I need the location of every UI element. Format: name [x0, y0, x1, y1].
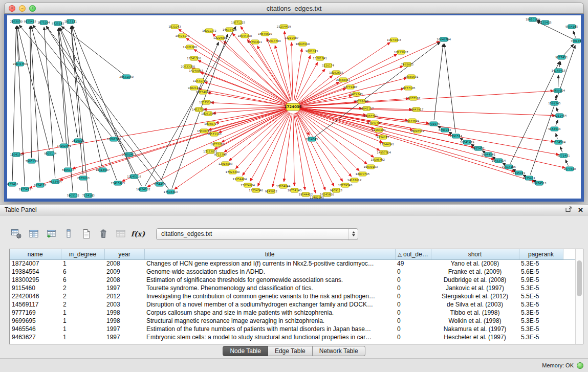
cell-title[interactable]: Genome-wide association studies in ADHD. [144, 268, 395, 276]
graph-node[interactable]: 12045103 [127, 174, 141, 179]
graph-node[interactable]: 10453414 [491, 159, 506, 163]
graph-edge[interactable] [556, 107, 558, 112]
graph-node[interactable]: 8054132 [34, 183, 46, 187]
cell-in-degree[interactable]: 2 [61, 284, 104, 292]
graph-edge[interactable] [565, 160, 568, 165]
graph-edge[interactable] [299, 91, 553, 107]
table-row[interactable]: 911546021997Tourette syndrome. Phenomeno… [10, 284, 576, 292]
graph-node[interactable]: 9479343 [350, 92, 363, 96]
cell-name[interactable]: 22420046 [10, 292, 61, 300]
graph-node[interactable]: 9554105 [565, 25, 578, 29]
cell-short[interactable]: Nakamura et al. (1997) [431, 325, 519, 333]
cell-out-de[interactable]: 49 [395, 259, 431, 268]
graph-node[interactable]: 17047427 [367, 121, 382, 125]
cell-year[interactable]: 2008 [104, 259, 144, 268]
graph-edge[interactable] [19, 25, 112, 137]
graph-node[interactable]: 15581241 [313, 56, 327, 60]
graph-edge[interactable] [299, 41, 440, 104]
function-builder-icon[interactable]: f(x) [131, 227, 145, 241]
graph-edge[interactable] [175, 111, 288, 189]
graph-node[interactable]: 1514545 [306, 137, 318, 141]
graph-edge[interactable] [299, 109, 515, 172]
graph-node[interactable]: 14850531 [404, 75, 419, 79]
graph-node[interactable]: 18095492 [371, 158, 385, 162]
table-row[interactable]: 2242004622012Investigating the contribut… [10, 292, 576, 300]
graph-edge[interactable] [257, 46, 290, 101]
cell-name[interactable]: 9463627 [10, 333, 61, 341]
graph-node[interactable]: 9153454 [49, 180, 62, 184]
graph-edge[interactable] [298, 112, 359, 171]
cell-name[interactable]: 19384554 [10, 268, 61, 276]
graph-edge[interactable] [272, 114, 291, 187]
graph-node[interactable]: 16649510 [258, 32, 272, 36]
cell-title[interactable]: Investigating the contribution of common… [144, 292, 395, 300]
cell-out-de[interactable]: 0 [395, 292, 431, 300]
graph-edge[interactable] [460, 138, 464, 140]
graph-edge[interactable] [30, 26, 40, 182]
graph-node[interactable]: 12104504 [551, 140, 565, 144]
graph-node[interactable]: 1831043 [168, 25, 181, 29]
graph-edge[interactable] [556, 120, 558, 125]
graph-node[interactable]: 10211454 [552, 114, 567, 118]
graph-node[interactable]: 12916503 [219, 162, 233, 166]
column-header-out-de[interactable]: △out_de… [395, 249, 431, 259]
graph-node[interactable]: 15152341 [57, 144, 71, 148]
table-row[interactable]: 969969511998Structural magnetic resonanc… [10, 317, 576, 325]
graph-node[interactable]: 3220174 [322, 63, 335, 68]
cell-title[interactable]: Structural magnetic resonance image aver… [144, 317, 395, 325]
column-header-name[interactable]: name [10, 249, 61, 259]
graph-node[interactable]: 11459104 [551, 89, 565, 93]
cell-out-de[interactable]: 0 [395, 268, 431, 276]
cell-out-de[interactable]: 0 [395, 300, 431, 309]
graph-edge[interactable] [510, 61, 559, 164]
graph-edge[interactable] [73, 109, 287, 169]
column-header-short[interactable]: short [431, 249, 519, 259]
graph-node[interactable]: 11544691 [405, 119, 420, 123]
graph-node[interactable]: 17634044 [276, 184, 291, 188]
cell-year[interactable]: 2008 [104, 276, 144, 284]
graph-node[interactable]: 17771407 [343, 85, 358, 89]
graph-node[interactable]: 12213987 [394, 50, 408, 54]
scrollbar-thumb[interactable] [577, 260, 582, 296]
graph-edge[interactable] [299, 108, 494, 159]
graph-edge[interactable] [33, 25, 157, 182]
cell-out-de[interactable]: 0 [395, 317, 431, 325]
graph-node[interactable]: 17541308 [187, 56, 201, 60]
graph-node[interactable]: 12219587 [285, 36, 299, 40]
graph-node[interactable]: 1675204 [37, 20, 50, 25]
zoom-window-button[interactable]: + [29, 5, 36, 12]
graph-edge[interactable] [299, 78, 407, 105]
graph-edge[interactable] [12, 26, 16, 181]
graph-node[interactable]: 9505134 [44, 151, 57, 156]
column-header-title[interactable]: title [144, 249, 395, 259]
graph-node[interactable]: 9135415 [539, 20, 551, 25]
table-scrollbar[interactable] [575, 249, 583, 344]
graph-edge[interactable] [573, 31, 576, 38]
graph-edge[interactable] [147, 110, 288, 187]
graph-node[interactable]: 19544412 [298, 192, 313, 196]
delete-table-icon[interactable] [114, 227, 127, 241]
cell-short[interactable]: de Silva et al. (2003) [431, 300, 519, 309]
graph-node[interactable]: 17754022 [196, 90, 210, 94]
graph-node[interactable]: 11431760 [193, 79, 207, 83]
cell-out-de[interactable]: 0 [395, 276, 431, 284]
cell-year[interactable]: 2012 [104, 292, 144, 300]
graph-node[interactable]: 11254464 [232, 177, 247, 181]
cell-in-degree[interactable]: 1 [61, 259, 104, 268]
import-table-icon[interactable] [44, 227, 58, 241]
graph-node[interactable]: 16847010 [295, 42, 310, 46]
cell-name[interactable]: 9115460 [10, 284, 61, 292]
graph-node[interactable]: 10754145 [288, 188, 302, 192]
cell-short[interactable]: Dudbridge et al. (2008) [431, 276, 519, 284]
graph-edge[interactable] [558, 75, 559, 87]
column-header-in-degree[interactable]: in_degree [61, 249, 104, 259]
minimize-window-button[interactable]: − [19, 5, 26, 12]
graph-node[interactable]: 16944541 [482, 152, 496, 157]
graph-node[interactable]: 12164271 [372, 128, 386, 132]
float-panel-icon[interactable] [565, 205, 572, 214]
graph-node[interactable]: 9154072 [377, 135, 389, 139]
graph-node[interactable]: 9591514 [450, 134, 463, 138]
cell-pagerank[interactable]: 5.9E-5 [519, 276, 563, 284]
cell-name[interactable]: 9699695 [10, 317, 61, 325]
graph-node[interactable]: 9245012 [265, 189, 277, 193]
